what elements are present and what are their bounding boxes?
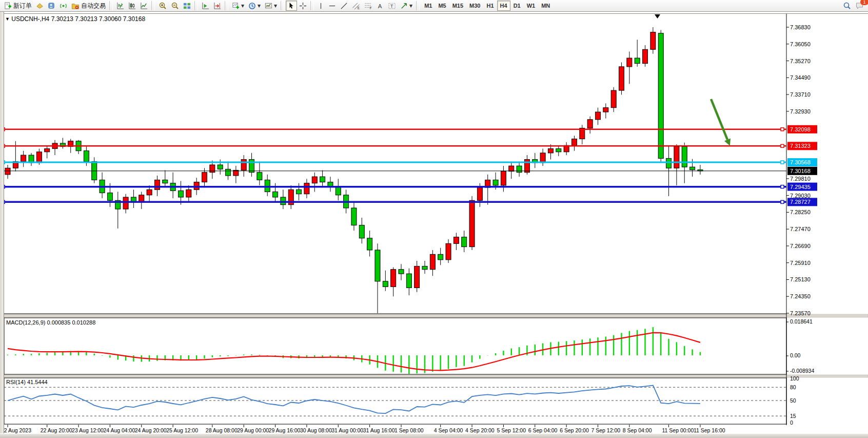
candlestick-chart-button[interactable] — [126, 1, 138, 11]
zoom-out-button[interactable] — [169, 1, 181, 11]
candle-down[interactable] — [438, 254, 443, 260]
candle-down[interactable] — [218, 165, 223, 169]
candle-up[interactable] — [509, 166, 514, 172]
hline-anchor[interactable] — [781, 128, 784, 131]
candle-up[interactable] — [603, 108, 608, 112]
trendline-tool-button[interactable] — [338, 1, 350, 11]
candle-down[interactable] — [517, 166, 522, 173]
candle-down[interactable] — [320, 177, 325, 182]
vertical-line-tool-button[interactable] — [315, 1, 326, 11]
candle-up[interactable] — [123, 197, 128, 209]
candle-up[interactable] — [186, 189, 191, 197]
tab-m15[interactable]: M15 — [449, 1, 466, 11]
candle-down[interactable] — [690, 167, 695, 169]
pane-splitter-main-macd[interactable] — [0, 314, 868, 317]
candle-up[interactable] — [446, 243, 451, 260]
candle-down[interactable] — [336, 186, 341, 195]
arrows-tool-button[interactable]: ▾ — [398, 1, 415, 11]
candle-down[interactable] — [163, 180, 168, 183]
tab-mn[interactable]: MN — [538, 1, 553, 11]
candle-up[interactable] — [611, 90, 616, 108]
chart-canvas[interactable]: 7.368307.360507.352707.344907.337107.329… — [0, 0, 868, 438]
candle-down[interactable] — [273, 192, 278, 198]
candle-up[interactable] — [501, 172, 506, 185]
candle-up[interactable] — [627, 58, 632, 67]
candle-down[interactable] — [682, 146, 687, 167]
candle-down[interactable] — [493, 180, 498, 185]
pane-splitter-macd-rsi[interactable] — [0, 375, 868, 377]
candle-down[interactable] — [658, 33, 663, 159]
candle-up[interactable] — [643, 49, 648, 63]
candle-up[interactable] — [154, 180, 160, 189]
candle-down[interactable] — [107, 193, 112, 201]
candle-down[interactable] — [281, 197, 286, 205]
candle-up[interactable] — [469, 200, 475, 246]
candle-down[interactable] — [406, 274, 411, 288]
tab-d1[interactable]: D1 — [510, 1, 524, 11]
candle-down[interactable] — [375, 250, 380, 281]
tab-m5[interactable]: M5 — [435, 1, 449, 11]
candle-up[interactable] — [147, 189, 152, 195]
navigator-button[interactable] — [57, 1, 69, 11]
candle-down[interactable] — [178, 191, 183, 197]
candle-down[interactable] — [635, 58, 640, 64]
candle-up[interactable] — [571, 139, 577, 146]
tab-m1[interactable]: M1 — [421, 1, 435, 11]
text-tool-button[interactable]: A — [374, 1, 386, 11]
candle-up[interactable] — [304, 183, 309, 194]
candle-down[interactable] — [351, 208, 357, 225]
tile-windows-button[interactable] — [181, 1, 193, 11]
fibonacci-tool-button[interactable]: F — [362, 1, 374, 11]
candle-up[interactable] — [524, 159, 529, 172]
periods-button[interactable]: ▾ — [246, 1, 263, 11]
candle-down[interactable] — [297, 189, 302, 194]
candle-up[interactable] — [548, 148, 553, 153]
text-label-tool-button[interactable]: T — [386, 1, 398, 11]
rsi-pane[interactable] — [4, 378, 786, 424]
candle-down[interactable] — [367, 238, 372, 250]
candle-down[interactable] — [399, 270, 404, 274]
candle-up[interactable] — [540, 153, 545, 163]
candle-up[interactable] — [430, 254, 435, 269]
bar-chart-button[interactable] — [114, 1, 126, 11]
zoom-in-button[interactable] — [156, 1, 169, 11]
candle-up[interactable] — [21, 155, 26, 162]
new-order-button[interactable]: 新订单 — [2, 1, 34, 11]
notifications-button[interactable]: 1 — [853, 1, 866, 11]
hline-anchor[interactable] — [781, 185, 784, 188]
candle-up[interactable] — [36, 152, 42, 163]
new-chart-button[interactable]: ▾ — [230, 1, 246, 11]
market-watch-button[interactable] — [34, 1, 46, 11]
hline-anchor[interactable] — [781, 161, 784, 164]
candle-up[interactable] — [45, 148, 50, 151]
candle-down[interactable] — [666, 158, 672, 168]
candle-up[interactable] — [596, 112, 601, 120]
crosshair-tool-button[interactable] — [297, 1, 309, 11]
chart-shift-button[interactable] — [211, 1, 223, 11]
candle-down[interactable] — [226, 169, 231, 176]
candle-up[interactable] — [453, 237, 459, 244]
cursor-tool-button[interactable] — [286, 1, 297, 11]
candle-down[interactable] — [422, 266, 427, 269]
search-button[interactable] — [841, 1, 853, 11]
horizontal-line-tool-button[interactable] — [326, 1, 338, 11]
candle-up[interactable] — [587, 120, 593, 128]
tab-h1[interactable]: H1 — [484, 1, 497, 11]
auto-scroll-button[interactable] — [200, 1, 211, 11]
candle-down[interactable] — [257, 173, 262, 180]
candle-up[interactable] — [619, 67, 624, 90]
candle-down[interactable] — [359, 225, 364, 238]
candle-up[interactable] — [391, 270, 396, 287]
candle-down[interactable] — [462, 237, 467, 247]
candle-down[interactable] — [84, 151, 89, 162]
candle-up[interactable] — [210, 165, 215, 173]
line-chart-button[interactable] — [138, 1, 150, 11]
candle-up[interactable] — [241, 159, 246, 170]
candle-up[interactable] — [202, 173, 207, 182]
autotrading-button[interactable]: 自动交易 — [69, 1, 108, 11]
templates-button[interactable]: ▾ — [263, 1, 279, 11]
candle-down[interactable] — [556, 148, 561, 151]
hline-anchor[interactable] — [781, 144, 784, 147]
tab-h4[interactable]: H4 — [497, 1, 510, 11]
data-window-button[interactable] — [46, 1, 57, 11]
